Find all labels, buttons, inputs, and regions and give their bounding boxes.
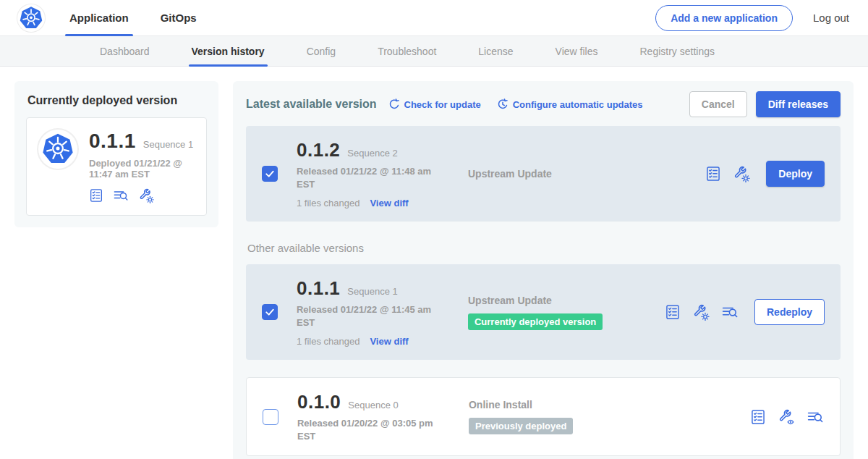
- sequence-label: Sequence 1: [347, 286, 397, 297]
- config-wrench-eye-icon[interactable]: [778, 408, 795, 426]
- deploy-button[interactable]: Deploy: [766, 161, 825, 187]
- check-for-update-link[interactable]: Check for update: [388, 98, 481, 110]
- config-wrench-gear-icon[interactable]: [138, 188, 154, 203]
- app-icon: [38, 130, 77, 169]
- currently-deployed-badge: Currently deployed version: [468, 313, 603, 330]
- version-row-0-1-0: 0.1.0 Sequence 0 Released 01/20/22 @ 03:…: [246, 377, 841, 456]
- currently-deployed-panel: Currently deployed version 0.1.1 Sequenc…: [14, 81, 218, 227]
- files-changed-label: 1 files changed: [297, 198, 359, 209]
- version-number: 0.1.1: [297, 277, 340, 300]
- config-wrench-gear-icon[interactable]: [733, 165, 750, 182]
- configure-updates-label: Configure automatic updates: [513, 99, 643, 110]
- config-wrench-gear-icon[interactable]: [692, 303, 710, 321]
- tab-troubleshoot[interactable]: Troubleshoot: [378, 36, 436, 67]
- cancel-button[interactable]: Cancel: [689, 91, 747, 117]
- preflight-checklist-icon[interactable]: [750, 409, 766, 425]
- redeploy-button[interactable]: Redeploy: [754, 299, 825, 325]
- version-number: 0.1.0: [297, 391, 341, 413]
- refresh-icon: [388, 98, 400, 110]
- released-timestamp: Released 01/20/22 @ 03:05 pm EST: [297, 417, 435, 442]
- previously-deployed-badge: Previously deployed: [469, 418, 573, 434]
- version-number: 0.1.2: [297, 139, 340, 161]
- preflight-checklist-icon[interactable]: [665, 304, 681, 320]
- top-tab-gitops[interactable]: GitOps: [161, 0, 197, 36]
- tab-view-files[interactable]: View files: [556, 36, 598, 67]
- version-checkbox[interactable]: [262, 166, 278, 182]
- top-nav: Application GitOps Add a new application…: [0, 0, 868, 36]
- app-sub-nav: Dashboard Version history Config Trouble…: [0, 36, 868, 67]
- version-checkbox[interactable]: [262, 304, 278, 320]
- latest-version-title: Latest available version: [246, 98, 377, 111]
- preflight-checklist-icon[interactable]: [89, 188, 103, 203]
- add-application-button[interactable]: Add a new application: [655, 5, 793, 31]
- deployed-version-number: 0.1.1: [89, 130, 136, 153]
- sequence-label: Sequence 2: [347, 148, 397, 159]
- other-versions-label: Other available versions: [247, 242, 841, 254]
- currently-deployed-title: Currently deployed version: [27, 94, 207, 107]
- version-row-0-1-2: 0.1.2 Sequence 2 Released 01/21/22 @ 11:…: [246, 126, 841, 222]
- released-timestamp: Released 01/21/22 @ 11:48 am EST: [297, 165, 434, 190]
- deploy-logs-icon[interactable]: [721, 304, 739, 320]
- released-timestamp: Released 01/21/22 @ 11:45 am EST: [297, 303, 434, 329]
- tab-registry-settings[interactable]: Registry settings: [639, 36, 714, 67]
- check-for-update-label: Check for update: [404, 99, 481, 110]
- diff-releases-button[interactable]: Diff releases: [756, 91, 841, 117]
- version-history-panel: Latest available version Check for updat…: [233, 81, 854, 459]
- clock-refresh-icon: [497, 98, 509, 110]
- preflight-checklist-icon[interactable]: [705, 166, 721, 182]
- deployed-timestamp: Deployed 01/21/22 @ 11:47 am EST: [89, 158, 195, 180]
- version-checkbox[interactable]: [263, 409, 278, 425]
- version-source-label: Upstream Update: [468, 168, 665, 180]
- deploy-logs-icon[interactable]: [807, 409, 824, 425]
- tab-license[interactable]: License: [478, 36, 513, 67]
- top-tab-application[interactable]: Application: [69, 0, 129, 36]
- version-row-0-1-1: 0.1.1 Sequence 1 Released 01/21/22 @ 11:…: [246, 264, 841, 360]
- tab-version-history[interactable]: Version history: [192, 36, 265, 67]
- configure-updates-link[interactable]: Configure automatic updates: [497, 98, 643, 110]
- deploy-logs-icon[interactable]: [113, 188, 129, 203]
- deployed-version-card: 0.1.1 Sequence 1 Deployed 01/21/22 @ 11:…: [26, 117, 207, 216]
- view-diff-link[interactable]: View diff: [370, 198, 408, 209]
- tab-config[interactable]: Config: [307, 36, 336, 67]
- tab-dashboard[interactable]: Dashboard: [100, 36, 150, 67]
- view-diff-link[interactable]: View diff: [370, 336, 408, 347]
- version-source-label: Online Install: [469, 399, 665, 410]
- logout-button[interactable]: Log out: [813, 12, 849, 24]
- files-changed-label: 1 files changed: [297, 336, 359, 347]
- kubernetes-logo: [17, 4, 45, 32]
- version-source-label: Upstream Update: [468, 295, 665, 306]
- deployed-sequence-label: Sequence 1: [143, 139, 193, 150]
- sequence-label: Sequence 0: [348, 400, 398, 410]
